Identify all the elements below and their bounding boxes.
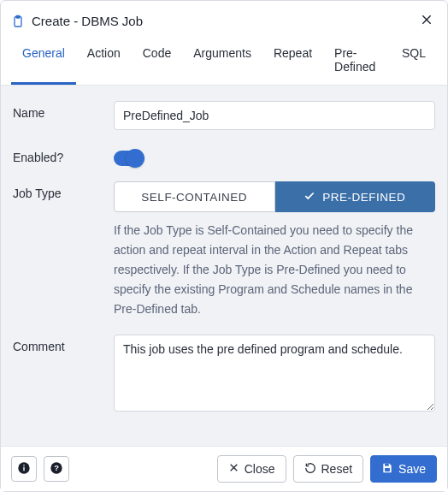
comment-textarea[interactable]	[114, 335, 435, 412]
reset-button-label: Reset	[321, 462, 353, 476]
job-type-pre-defined-label: PRE-DEFINED	[322, 191, 405, 204]
job-type-self-contained-button[interactable]: SELF-CONTAINED	[114, 181, 275, 212]
job-type-self-contained-label: SELF-CONTAINED	[141, 191, 247, 204]
tab-general[interactable]: General	[11, 39, 76, 85]
svg-rect-5	[23, 466, 24, 471]
tab-arguments[interactable]: Arguments	[182, 39, 262, 85]
row-name: Name	[13, 101, 435, 130]
svg-text:?: ?	[54, 464, 59, 472]
job-type-segment: SELF-CONTAINED PRE-DEFINED	[114, 181, 435, 212]
help-button[interactable]: ?	[44, 456, 69, 482]
clipboard-icon	[11, 15, 25, 28]
tab-code[interactable]: Code	[132, 39, 182, 85]
name-input[interactable]	[114, 101, 435, 130]
reset-icon	[304, 462, 316, 477]
check-icon	[304, 190, 315, 205]
x-icon	[228, 462, 239, 476]
row-enabled: Enabled?	[13, 145, 435, 166]
svg-rect-11	[385, 463, 389, 465]
dialog-body: Name Enabled? Job Type SELF-CONTAINED	[1, 86, 447, 446]
info-icon	[17, 461, 31, 477]
tab-sql[interactable]: SQL	[391, 39, 437, 85]
save-icon	[381, 462, 393, 477]
help-icon: ?	[50, 461, 63, 477]
job-type-label: Job Type	[13, 181, 114, 200]
create-dbms-job-dialog: Create - DBMS Job General Action Code Ar…	[0, 0, 448, 492]
row-job-type: Job Type SELF-CONTAINED PRE-DEFINED	[13, 181, 435, 319]
svg-rect-6	[23, 465, 24, 465]
job-type-pre-defined-button[interactable]: PRE-DEFINED	[275, 181, 436, 212]
enabled-label: Enabled?	[13, 145, 114, 166]
name-label: Name	[13, 101, 114, 130]
svg-rect-1	[16, 15, 20, 18]
svg-rect-12	[385, 468, 390, 471]
reset-button[interactable]: Reset	[293, 455, 364, 483]
tab-action[interactable]: Action	[76, 39, 132, 85]
save-button-label: Save	[398, 462, 426, 476]
tab-pre-defined[interactable]: Pre-Defined	[323, 39, 391, 85]
job-type-help-text: If the Job Type is Self-Contained you ne…	[114, 221, 435, 319]
enabled-toggle[interactable]	[114, 151, 143, 166]
close-button-label: Close	[245, 462, 275, 476]
dialog-title: Create - DBMS Job	[32, 14, 410, 28]
close-icon[interactable]	[416, 9, 437, 33]
row-comment: Comment	[13, 335, 435, 415]
tab-bar: General Action Code Arguments Repeat Pre…	[1, 39, 447, 86]
dialog-footer: ? Close Reset	[1, 446, 447, 491]
comment-label: Comment	[13, 335, 114, 353]
dialog-header: Create - DBMS Job	[1, 1, 447, 39]
info-button[interactable]	[11, 456, 37, 482]
close-button[interactable]: Close	[217, 455, 286, 483]
save-button[interactable]: Save	[370, 455, 437, 483]
tab-repeat[interactable]: Repeat	[262, 39, 323, 85]
